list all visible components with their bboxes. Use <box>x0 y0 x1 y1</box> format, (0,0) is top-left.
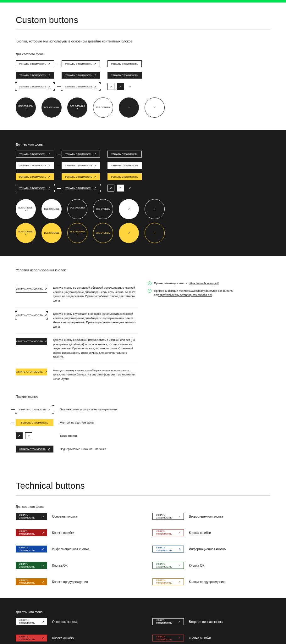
btn-fill-noicon[interactable]: УЗНАТЬ СТОИМОСТЬ <box>107 72 141 79</box>
tech-label: Кнопка ошибки <box>52 636 134 640</box>
arrow-icon: ↗ <box>48 153 51 156</box>
tech-btn-fill[interactable]: УЗНАТЬ СТОИМОСТЬ↗ <box>16 562 47 569</box>
circle-white[interactable]: ВСЕ ОТЗЫВЫ↗ <box>16 199 36 219</box>
section-custom-dark: Для темного фона: УЗНАТЬ СТОИМОСТЬ↗ УЗНА… <box>0 130 286 256</box>
btn-fill-yellow-noicon[interactable]: УЗНАТЬ СТОИМОСТЬ <box>107 173 141 180</box>
usage-btn-corners[interactable]: УЗНАТЬ СТОИМОСТЬ↗ <box>16 312 47 319</box>
circle-dark-fill[interactable]: ВСЕ ОТЗЫВЫ <box>41 97 62 118</box>
label-light: Для светлого фона: <box>16 53 270 56</box>
btn-corners-dash[interactable]: УЗНАТЬ СТОИМОСТЬ↗ <box>62 83 100 90</box>
circle-outline-y[interactable]: ВСЕ ОТЗЫВЫ <box>93 223 113 243</box>
btn-outline[interactable]: УЗНАТЬ СТОИМОСТЬ↗ <box>16 60 54 67</box>
btn-fill-yellow-dash[interactable]: УЗНАТЬ СТОИМОСТЬ↗ <box>62 173 100 180</box>
circle-outline-y[interactable]: ВСЕ ОТЗЫВЫ↗ <box>67 223 87 243</box>
btn-icon-only-outline[interactable]: ↗ <box>107 83 114 90</box>
tech-dark-grid: УЗНАТЬ СТОИМОСТЬ↗Основная кнопкаУЗНАТЬ С… <box>16 618 270 644</box>
circle-outline-y-arrow[interactable]: ↗ <box>145 223 165 243</box>
circle-yellow[interactable]: ВСЕ ОТЗЫВЫ <box>41 223 62 243</box>
tech-label: Кнопка предупреждения <box>189 580 270 584</box>
tech-btn-outline[interactable]: УЗНАТЬ СТОИМОСТЬ↗ <box>152 635 184 641</box>
arrow-icon: ↗ <box>45 339 47 344</box>
usage-rule-3: Желтую заливку кнопки или обводку кнопки… <box>53 369 138 381</box>
circle-outline-w[interactable]: ВСЕ ОТЗЫВЫ↗ <box>67 199 87 219</box>
tech-btn-outline[interactable]: УЗНАТЬ СТОИМОСТЬ↗ <box>152 546 184 552</box>
subtitle: Кнопки, которые мы используем в основном… <box>16 39 270 43</box>
btn-fill-white-dash[interactable]: УЗНАТЬ СТОИМОСТЬ↗ <box>62 162 100 169</box>
check-icon <box>148 289 151 293</box>
arrow-icon: ↗ <box>94 74 96 77</box>
tech-label: Второстепенная кнопка <box>189 620 270 624</box>
arrow-icon: ↗ <box>48 74 51 77</box>
btn-fill-dash[interactable]: УЗНАТЬ СТОИМОСТЬ↗ <box>62 72 100 79</box>
usage-btn-fill[interactable]: УЗНАТЬ СТОИМОСТЬ↗ <box>16 338 47 345</box>
circle-dark-fill[interactable]: ВСЕ ОТЗЫВЫ↗ <box>16 97 36 118</box>
btn-outline-noicon[interactable]: УЗНАТЬ СТОИМОСТЬ <box>107 60 141 67</box>
btn-corners-underline[interactable]: УЗНАТЬ СТОИМОСТЬ↗ <box>16 83 54 90</box>
tech-label: Кнопка ошибки <box>52 531 134 535</box>
circle-yellow[interactable]: ВСЕ ОТЗЫВЫ↗ <box>16 223 36 243</box>
arrow-icon: ↗ <box>48 447 50 451</box>
tech-btn-fill[interactable]: УЗНАТЬ СТОИМОСТЬ↗ <box>16 635 47 641</box>
tech-btn-fill[interactable]: УЗНАТЬ СТОИМОСТЬ↗ <box>16 546 47 552</box>
circle-outline-w[interactable]: ВСЕ ОТЗЫВЫ <box>93 199 113 219</box>
usage-btn-yellow[interactable]: УЗНАТЬ СТОИМОСТЬ↗ <box>16 369 47 375</box>
btn-icon-fill-w[interactable]: ↗ <box>117 185 124 192</box>
btn-fill-white[interactable]: УЗНАТЬ СТОИМОСТЬ↗ <box>16 162 54 169</box>
tech-btn-outline[interactable]: УЗНАТЬ СТОИМОСТЬ↗ <box>152 513 184 520</box>
tech-btn-fill[interactable]: УЗНАТЬ СТОИМОСТЬ↗ <box>16 513 47 520</box>
btn-fill-white-noicon[interactable]: УЗНАТЬ СТОИМОСТЬ <box>107 162 141 169</box>
bad-ex-3: Подчеркивание + иконка + палочка <box>60 447 270 451</box>
tech-light-grid: УЗНАТЬ СТОИМОСТЬ↗Основная кнопкаУЗНАТЬ С… <box>16 513 270 585</box>
tech-label: Информационная кнопка <box>52 547 134 551</box>
btn-outline-w-noicon[interactable]: УЗНАТЬ СТОИМОСТЬ <box>107 151 141 158</box>
btn-icon-only-bare[interactable]: ↗ <box>126 83 133 90</box>
tech-btn-fill[interactable]: УЗНАТЬ СТОИМОСТЬ↗ <box>16 529 47 536</box>
heading-tech: Technical buttons <box>16 481 270 491</box>
btn-icon-only-dark[interactable]: ↗ <box>117 83 124 90</box>
btn-icon-outline-w[interactable]: ↗ <box>107 185 114 192</box>
note-link-0[interactable]: https://www.bontempi.it/ <box>189 282 219 285</box>
circle-outline-w-arrow[interactable]: ↗ <box>145 199 165 219</box>
bad-btn-1[interactable]: УЗНАТЬ СТОИМОСТЬ <box>16 419 53 426</box>
label-dark: Для темного фона: <box>16 610 270 614</box>
btn-outline-dash[interactable]: УЗНАТЬ СТОИМОСТЬ↗ <box>62 60 100 67</box>
notes: Пример анимации текста: https://www.bont… <box>148 281 270 301</box>
btn-fill-yellow[interactable]: УЗНАТЬ СТОИМОСТЬ↗ <box>16 173 54 180</box>
btn-corners-w-dash[interactable]: УЗНАТЬ СТОИМОСТЬ↗ <box>62 185 100 192</box>
circle-yellow-arrow[interactable]: ↗ <box>119 223 139 243</box>
arrow-icon: ↗ <box>48 62 51 65</box>
arrow-icon: ↗ <box>45 287 47 291</box>
tech-btn-outline[interactable]: УЗНАТЬ СТОИМОСТЬ↗ <box>152 578 184 585</box>
usage-rule-1: Данную кнопку с уголками в обводке испол… <box>53 312 138 329</box>
circle-white[interactable]: ВСЕ ОТЗЫВЫ <box>41 199 62 219</box>
bad-btn-0[interactable]: УЗНАТЬ СТОИМОСТЬ↗ <box>16 406 53 413</box>
tech-label: Кнопка ошибки <box>189 531 270 535</box>
section-tech: Technical buttons Для светлого фона: УЗН… <box>0 468 286 598</box>
circle-outline[interactable]: ВСЕ ОТЗЫВЫ <box>93 97 113 118</box>
tech-label: Кнопка ОК <box>52 564 134 567</box>
arrow-icon: ↗ <box>94 175 96 178</box>
circle-dark-arrow[interactable]: ВСЕ ОТЗЫВЫ↗ <box>67 97 87 118</box>
arrow-icon: ↗ <box>119 186 122 190</box>
tech-btn-fill[interactable]: УЗНАТЬ СТОИМОСТЬ↗ <box>16 578 47 585</box>
usage-btn-outline[interactable]: УЗНАТЬ СТОИМОСТЬ↗ <box>16 286 47 293</box>
btn-fill-dark[interactable]: УЗНАТЬ СТОИМОСТЬ↗ <box>16 72 54 79</box>
btn-outline-w[interactable]: УЗНАТЬ СТОИМОСТЬ↗ <box>16 151 54 158</box>
tech-btn-outline[interactable]: УЗНАТЬ СТОИМОСТЬ↗ <box>152 562 184 569</box>
btn-icon-bare-w[interactable]: ↗ <box>126 185 133 192</box>
circle-dark-arrow-only[interactable]: ↗ <box>119 97 139 118</box>
check-icon <box>148 281 151 285</box>
bad-btn-2b[interactable]: ↗ <box>25 432 32 439</box>
label-bad: Плохие кнопки: <box>16 395 270 398</box>
circle-white-arrow[interactable]: ↗ <box>119 199 139 219</box>
tech-btn-outline[interactable]: УЗНАТЬ СТОИМОСТЬ↗ <box>152 618 184 625</box>
bad-btn-2a[interactable]: ↗ <box>16 432 23 439</box>
tech-btn-outline[interactable]: УЗНАТЬ СТОИМОСТЬ↗ <box>152 529 184 536</box>
circle-outline-arrow[interactable]: ↗ <box>145 97 165 118</box>
divider <box>16 30 270 30</box>
bad-btn-3[interactable]: УЗНАТЬ СТОИМОСТЬ↗ <box>16 446 53 452</box>
tech-btn-fill[interactable]: УЗНАТЬ СТОИМОСТЬ↗ <box>16 618 47 625</box>
note-link-1[interactable]: https://webdeasy.de/en/top-css-buttons-e… <box>158 293 212 297</box>
btn-corners-w[interactable]: УЗНАТЬ СТОИМОСТЬ↗ <box>16 185 54 192</box>
btn-outline-w-dash[interactable]: УЗНАТЬ СТОИМОСТЬ↗ <box>62 151 100 158</box>
